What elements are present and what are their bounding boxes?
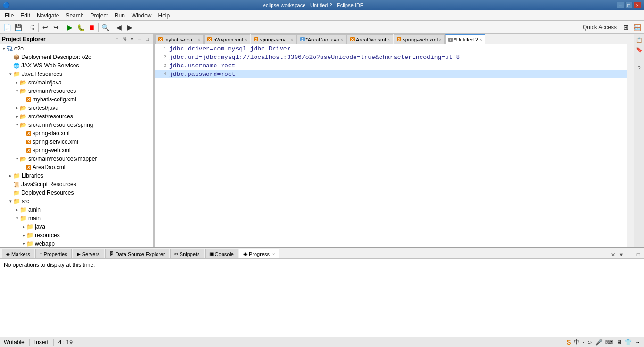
debug-button[interactable]: 🐛 — [75, 22, 86, 33]
save-button[interactable]: 💾 — [13, 22, 23, 33]
cheatsheet-icon[interactable]: ? — [635, 64, 644, 73]
bottom-tab-datasource[interactable]: 🗄Data Source Explorer — [105, 249, 169, 258]
menu-item-file[interactable]: File — [2, 11, 17, 20]
bottom-panel-minimize-button[interactable]: ─ — [626, 251, 634, 258]
expand-arrow-webapp[interactable]: ▾ — [21, 240, 26, 247]
bottom-tab-snippets[interactable]: ✂Snippets — [170, 249, 204, 258]
link-with-editor-button[interactable]: ⇅ — [121, 35, 128, 43]
bottom-tab-close-progress[interactable]: × — [272, 252, 275, 256]
expand-arrow-resources[interactable]: ▸ — [21, 231, 26, 239]
tree-item-spring-service[interactable]: Xspring-service.xml — [0, 138, 153, 146]
tree-item-src-mapper[interactable]: ▾📂src/main/resources/mapper — [0, 155, 153, 163]
expand-arrow-amin[interactable]: ▸ — [14, 206, 20, 214]
tab-close-spring-web-xml[interactable]: × — [439, 37, 441, 42]
tab-close-spring-serv[interactable]: × — [291, 37, 293, 42]
menu-item-run[interactable]: Run — [112, 11, 128, 20]
tree-item-deployment[interactable]: 📦Deployment Descriptor: o2o — [0, 53, 153, 61]
tree-item-main[interactable]: ▾📁main — [0, 214, 153, 223]
tab-close-mybatis[interactable]: × — [198, 37, 200, 42]
editor-tab-mybatis[interactable]: X mybatis-con... × — [155, 34, 204, 44]
menu-item-help[interactable]: Help — [156, 11, 173, 20]
bottom-panel-menu-button[interactable]: ▼ — [618, 251, 625, 258]
expand-arrow-libraries[interactable]: ▸ — [8, 172, 13, 180]
run-button[interactable]: ▶ — [65, 22, 75, 33]
redo-button[interactable]: ↪ — [51, 22, 61, 33]
navigate-back-button[interactable]: ◀ — [114, 22, 124, 33]
tab-close-pom[interactable]: × — [244, 37, 247, 42]
tree-item-src-test-resources[interactable]: ▸📂src/test/resources — [0, 112, 153, 121]
expand-arrow-src-test-resources[interactable]: ▸ — [14, 113, 20, 120]
navigate-forward-button[interactable]: ▶ — [124, 22, 135, 33]
tree-item-src-amin-spring[interactable]: ▾📂src/amin/resources/spring — [0, 121, 153, 129]
tree-item-webapp[interactable]: ▾📁webapp — [0, 240, 153, 247]
expand-arrow-src-main-resources[interactable]: ▾ — [14, 87, 20, 95]
search-button[interactable]: 🔍 — [100, 22, 110, 33]
tree-item-o2o[interactable]: ▾🏗o2o — [0, 44, 153, 53]
tree-item-resources[interactable]: ▸📁resources — [0, 231, 153, 240]
tree-item-libraries[interactable]: ▸📁Libraries — [0, 172, 153, 180]
tree-item-java[interactable]: ▸📁java — [0, 223, 153, 231]
expand-arrow-java[interactable]: ▸ — [21, 223, 26, 231]
new-button[interactable]: 📄 — [2, 22, 12, 33]
menu-item-project[interactable]: Project — [87, 11, 110, 20]
title-bar-controls[interactable]: ─ □ ✕ — [617, 2, 641, 8]
tree-item-spring-web[interactable]: Xspring-web.xml — [0, 146, 153, 155]
expand-arrow-main[interactable]: ▾ — [14, 215, 20, 222]
tree-item-src[interactable]: ▾📁src — [0, 197, 153, 206]
print-button[interactable]: 🖨 — [26, 22, 37, 33]
tree-item-deployed[interactable]: 📁Deployed Resources — [0, 189, 153, 197]
code-line-2[interactable]: 2jdbc.url=jdbc:mysql://localhost:3306/o2… — [155, 53, 627, 61]
undo-button[interactable]: ↩ — [40, 22, 50, 33]
tree-item-src-main-java[interactable]: ▸📂src/main/java — [0, 78, 153, 87]
tree-item-areadao-xml[interactable]: XAreaDao.xml — [0, 163, 153, 172]
bottom-tab-properties[interactable]: ≡Properties — [35, 249, 72, 258]
perspective-button[interactable]: ⊞ — [621, 22, 631, 33]
menu-item-navigate[interactable]: Navigate — [34, 11, 62, 20]
expand-arrow-src-test-java[interactable]: ▸ — [14, 104, 20, 112]
expand-arrow-src-main-java[interactable]: ▸ — [14, 79, 20, 86]
tab-close-areadao-java[interactable]: × — [340, 37, 343, 42]
outline-icon[interactable]: ≡ — [635, 55, 644, 63]
tree-item-jax[interactable]: 🌐JAX-WS Web Services — [0, 61, 153, 70]
expand-arrow-src[interactable]: ▾ — [8, 198, 13, 205]
collapse-all-button[interactable]: ≡ — [113, 35, 121, 43]
maximize-panel-button[interactable]: □ — [143, 35, 151, 43]
editor-tab-untitled2[interactable]: T *Untitled 2 × — [445, 34, 485, 44]
editor-tab-spring-web-xml[interactable]: X spring-web.xml × — [394, 34, 445, 44]
bottom-tab-console[interactable]: ▣Console — [205, 249, 238, 258]
menu-item-search[interactable]: Search — [63, 11, 86, 20]
tree-item-spring-dao[interactable]: Xspring-dao.xml — [0, 129, 153, 138]
editor-tab-spring-serv[interactable]: X spring-serv... × — [251, 34, 297, 44]
tab-close-untitled2[interactable]: × — [479, 37, 482, 42]
bottom-tab-progress[interactable]: ◉Progress× — [239, 249, 279, 258]
open-perspective-button[interactable]: 🪟 — [632, 22, 642, 33]
task-list-icon[interactable]: 📋 — [635, 36, 644, 44]
panel-menu-button[interactable]: ▼ — [128, 35, 136, 43]
menu-item-window[interactable]: Window — [129, 11, 155, 20]
editor-tab-pom[interactable]: X o2o/pom.xml × — [204, 34, 250, 44]
tree-item-src-main-resources[interactable]: ▾📂src/main/resources — [0, 87, 153, 95]
minimize-panel-button[interactable]: ─ — [136, 35, 143, 43]
menu-item-edit[interactable]: Edit — [17, 11, 33, 20]
bottom-panel-stop-button[interactable]: ✕ — [609, 251, 617, 258]
tree-item-mybatis-config[interactable]: Xmybatis-cofig.xml — [0, 95, 153, 104]
bottom-tab-markers[interactable]: ◈Markers — [2, 249, 34, 258]
code-line-4[interactable]: 4jdbc.password=root — [155, 70, 627, 78]
expand-arrow-src-mapper[interactable]: ▾ — [14, 155, 20, 163]
stop-button[interactable]: ⏹ — [86, 22, 97, 33]
expand-arrow-src-amin-spring[interactable]: ▾ — [14, 121, 20, 129]
tab-close-areadao-xml2[interactable]: × — [388, 37, 390, 42]
editor-tab-areadao-java[interactable]: J *AreaDao.java × — [297, 34, 347, 44]
editor-content[interactable]: 1jdbc.driver=com.mysql.jdbc.Driver2jdbc.… — [155, 44, 627, 247]
editor-tab-areadao-xml2[interactable]: X AreaDao.xml × — [347, 34, 393, 44]
expand-arrow-o2o[interactable]: ▾ — [1, 45, 7, 52]
maximize-button[interactable]: □ — [625, 2, 633, 8]
bottom-panel-maximize-button[interactable]: □ — [635, 251, 642, 258]
tree-item-amin[interactable]: ▸📁amin — [0, 206, 153, 214]
bottom-tab-servers[interactable]: ▶Servers — [73, 249, 104, 258]
expand-arrow-java-resources[interactable]: ▾ — [8, 70, 13, 78]
code-line-3[interactable]: 3jdbc.username=root — [155, 61, 627, 70]
close-button[interactable]: ✕ — [634, 2, 641, 8]
tree-item-java-resources[interactable]: ▾📁Java Resources — [0, 70, 153, 78]
tree-item-js-resources[interactable]: 📜JavaScript Resources — [0, 180, 153, 189]
